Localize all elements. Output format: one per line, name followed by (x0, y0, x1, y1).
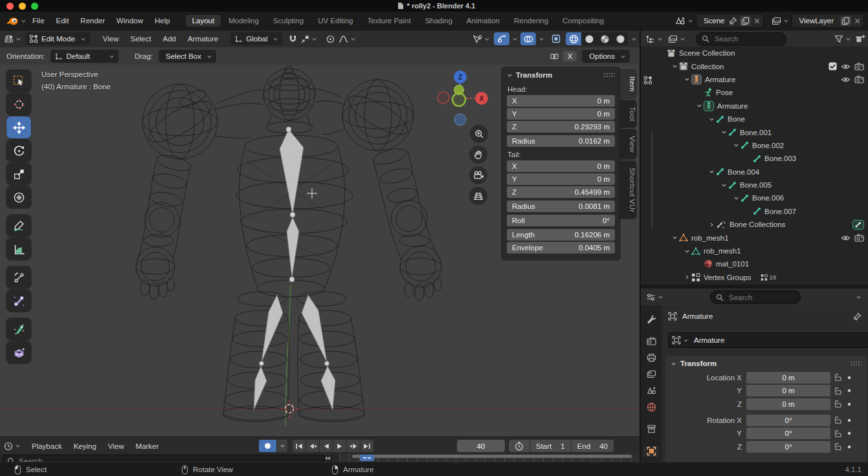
viewport-3d[interactable]: User Perspective (40) Armature : Bone Z … (0, 65, 640, 437)
field-y[interactable]: Y0 m (507, 108, 615, 120)
properties-editor-button[interactable] (646, 293, 663, 301)
expander-open-icon[interactable] (670, 235, 679, 240)
workspace-tab-layout[interactable]: Layout (186, 15, 221, 27)
expander-closed-icon[interactable] (682, 274, 691, 280)
eye-icon[interactable] (841, 76, 851, 83)
axis-neg-x-handle[interactable] (438, 92, 449, 103)
field-envelope[interactable]: Envelope0.0405 m (507, 242, 615, 254)
field-z[interactable]: Z0.29293 m (507, 121, 615, 133)
close-icon[interactable] (754, 18, 760, 24)
outliner-search[interactable] (696, 32, 786, 46)
outliner-row-bone-006[interactable]: Bone.006 (641, 191, 868, 204)
field-roll[interactable]: Roll0° (507, 215, 615, 226)
timeline-menu-marker[interactable]: Marker (130, 442, 165, 450)
workspace-tab-compositing[interactable]: Compositing (556, 15, 610, 27)
bone-roll-tool-button[interactable] (6, 266, 31, 288)
bcBadge-icon[interactable] (852, 220, 864, 230)
bone-envelope-tool-button[interactable] (6, 290, 31, 312)
expander-closed-icon[interactable] (707, 222, 716, 228)
editor-type-button[interactable] (4, 34, 21, 43)
proportional-editing-button[interactable] (322, 32, 338, 45)
transform-tool-button[interactable] (6, 186, 31, 208)
transform-value-field[interactable]: 0° (746, 441, 830, 453)
viewport-menu-view[interactable]: View (97, 35, 125, 43)
outliner-row-bone-004[interactable]: Bone.004 (641, 166, 868, 178)
properties-tab-object[interactable] (643, 446, 660, 457)
sidebar-tab-tool[interactable]: Tool (620, 100, 636, 127)
transform-orientation-dropdown[interactable]: Global (230, 32, 282, 45)
properties-tab-tool[interactable] (643, 313, 660, 325)
lock-open-icon[interactable] (830, 416, 845, 424)
timeline-editor-button[interactable] (4, 442, 21, 451)
viewport-menu-select[interactable]: Select (125, 35, 157, 43)
show-object-types-dropdown[interactable] (473, 35, 490, 43)
outliner-scope-dropdown[interactable] (668, 35, 685, 43)
outliner-search-input[interactable] (713, 34, 781, 43)
transform-panel-header[interactable]: Transform (665, 356, 867, 371)
sidebar-tab-shortcut-vur[interactable]: Shortcut VUr (620, 161, 636, 219)
next-keyframe-button[interactable] (347, 440, 360, 452)
menu-help[interactable]: Help (149, 17, 176, 25)
pin-icon[interactable] (729, 17, 737, 25)
field-radius[interactable]: Radius0.0162 m (507, 135, 615, 147)
scale-tool-button[interactable] (6, 163, 31, 185)
expander-open-icon[interactable] (731, 196, 740, 200)
outliner-row-mat-0101[interactable]: mat_0101 (641, 257, 868, 270)
shading-material-preview-button[interactable] (597, 32, 612, 45)
outliner-filter-dropdown[interactable] (834, 34, 865, 43)
select-box-tool-button[interactable] (6, 70, 31, 92)
expander-open-icon[interactable] (695, 103, 704, 108)
properties-tab-world[interactable] (643, 401, 660, 413)
properties-tab-data[interactable] (643, 423, 660, 435)
mirror-x-toggle[interactable]: X (563, 51, 577, 61)
field-length[interactable]: Length0.16206 m (507, 229, 615, 241)
close-icon[interactable] (854, 18, 860, 24)
timeline-search[interactable]: Search (3, 455, 325, 462)
transform-panel-header[interactable]: Transform (502, 67, 620, 83)
show-gizmo-toggle[interactable] (494, 32, 509, 45)
lock-open-icon[interactable] (830, 387, 845, 395)
sidebar-tab-item[interactable]: Item (620, 70, 636, 98)
transform-value-field[interactable]: 0 m (746, 372, 830, 384)
field-x[interactable]: X0 m (507, 95, 615, 107)
checkbox-icon[interactable] (829, 62, 837, 70)
menu-file[interactable]: File (27, 17, 50, 25)
lock-open-icon[interactable] (830, 400, 845, 408)
sidebar-tab-view[interactable]: View (620, 129, 636, 159)
outliner-row-bone-003[interactable]: Bone.003 (641, 152, 868, 165)
outliner-display-mode-dropdown[interactable] (646, 35, 663, 43)
cursor-tool-button[interactable] (6, 93, 31, 115)
outliner-row-rob-mesh1[interactable]: rob_mesh1 (641, 231, 868, 244)
lock-open-icon[interactable] (830, 429, 845, 438)
mode-dropdown[interactable]: Edit Mode (25, 32, 90, 45)
eye-icon[interactable] (841, 234, 851, 242)
extrude-tool-button[interactable] (6, 318, 31, 340)
playhead[interactable] (360, 455, 374, 461)
animate-dot-icon[interactable] (845, 375, 854, 380)
axis-neg-y-handle[interactable] (452, 93, 465, 106)
properties-search-input[interactable] (728, 293, 795, 302)
timeline-scrollbar[interactable] (352, 455, 632, 458)
workspace-tab-rendering[interactable]: Rendering (507, 15, 555, 27)
workspace-tab-uv-editing[interactable]: UV Editing (311, 15, 359, 27)
panel-drag-grip[interactable] (603, 72, 615, 78)
animate-dot-icon[interactable] (845, 388, 854, 393)
minimize-window-button[interactable] (19, 3, 26, 10)
animate-dot-icon[interactable] (845, 402, 854, 407)
workspace-tab-animation[interactable]: Animation (460, 15, 506, 27)
shading-wireframe-button[interactable] (566, 32, 581, 45)
outliner-row-bone[interactable]: Bone (641, 113, 868, 125)
expander-open-icon[interactable] (719, 130, 728, 135)
camera-icon[interactable] (854, 233, 864, 242)
outliner-row-pose[interactable]: Pose (641, 86, 868, 99)
camera-icon[interactable] (854, 75, 864, 83)
rotate-tool-button[interactable] (6, 140, 31, 162)
outliner-row-collection[interactable]: Collection (641, 60, 868, 72)
jump-end-button[interactable] (361, 440, 373, 452)
expander-open-icon[interactable] (719, 183, 728, 188)
current-frame-field[interactable]: 40 (457, 440, 505, 452)
expander-open-icon[interactable] (682, 77, 691, 81)
shading-solid-button[interactable] (581, 32, 597, 45)
transform-value-field[interactable]: 0° (746, 415, 830, 426)
outliner-row-rob-mesh1[interactable]: rob_mesh1 (641, 244, 868, 257)
